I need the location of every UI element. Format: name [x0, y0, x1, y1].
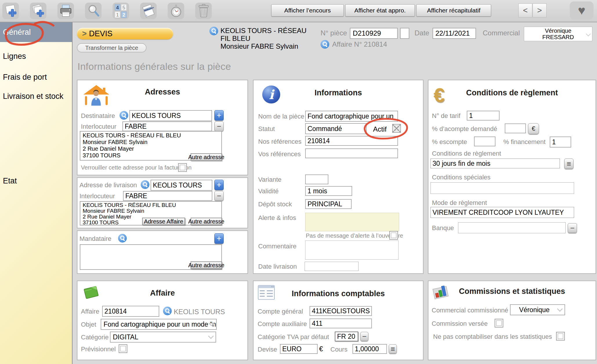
livraison-interlocuteur-input[interactable] [123, 191, 212, 201]
delete-button[interactable] [195, 3, 212, 19]
panel-affaire: Affaire Affaire KEOLIS TOURS Objet Fond … [77, 281, 248, 360]
affaire-input[interactable] [102, 306, 159, 317]
tarif-input[interactable] [467, 111, 500, 121]
destinataire-input[interactable] [129, 110, 212, 121]
sidebar-item-livraison-et-stock[interactable]: Livraison et stock [0, 91, 72, 102]
new-document-button[interactable] [2, 3, 19, 19]
interlocuteur-input[interactable] [122, 121, 212, 131]
banque-remove-button[interactable]: − [568, 223, 577, 233]
previous-record-button[interactable]: < [518, 3, 532, 17]
search-button[interactable] [85, 3, 102, 19]
autre-adresse-button[interactable]: Autre adresse [191, 153, 222, 161]
destinataire-search-icon[interactable] [120, 111, 128, 120]
livraison-add-button[interactable]: + [214, 180, 224, 190]
categorie-select[interactable]: DIGITAL [110, 332, 216, 343]
commissions-title: Commissions et statistiques [428, 287, 596, 296]
devise-input[interactable] [280, 344, 318, 354]
vos-references-input[interactable] [305, 148, 398, 158]
livraison-input[interactable] [151, 180, 212, 191]
conditions-speciales-input[interactable] [430, 182, 574, 194]
livraison-search-icon[interactable] [141, 180, 149, 189]
transform-piece-button[interactable]: Transformer la pièce [77, 43, 146, 52]
client-contact: Monsieur FABRE Sylvain [220, 42, 307, 50]
sidebar-item-frais-de-port[interactable]: Frais de port [0, 72, 72, 83]
acompte-input[interactable] [505, 123, 526, 133]
alerte-infos-textarea[interactable] [305, 213, 399, 231]
compte-general-input[interactable] [310, 306, 372, 316]
depot-stock-input[interactable] [305, 199, 352, 209]
tva-input[interactable] [335, 332, 358, 341]
commercial-first-name: Véronique [545, 28, 571, 34]
date-livraison-input[interactable] [305, 262, 359, 271]
alerte-checkbox[interactable] [389, 231, 398, 240]
heart-icon: ♥ [578, 3, 585, 18]
variante-input[interactable] [305, 174, 328, 184]
mode-reglement-input[interactable] [430, 207, 574, 218]
financement-input[interactable] [550, 136, 571, 148]
banque-input[interactable] [458, 222, 566, 233]
duplicate-document-button[interactable] [30, 3, 46, 19]
document-type-badge[interactable]: > DEVIS [77, 28, 173, 39]
calc-digit-2: 2 [122, 12, 125, 18]
verrouiller-checkbox[interactable] [178, 163, 187, 172]
sidebar-item-general[interactable]: Général [0, 22, 72, 42]
nos-references-input[interactable] [305, 136, 398, 146]
calc-digit-5: 5 [122, 5, 125, 10]
references-button[interactable]: Références [140, 3, 157, 19]
mandataire-add-button[interactable]: + [214, 233, 224, 244]
favorite-button[interactable]: ♥ [570, 1, 594, 19]
affaire-search-icon[interactable] [321, 40, 329, 49]
piece-secondary-input[interactable] [400, 28, 409, 39]
show-supply-status-button[interactable]: Afficher état appro. [345, 4, 415, 17]
client-search-icon[interactable] [209, 27, 218, 35]
nom-piece-input[interactable] [305, 111, 398, 122]
commissionne-select[interactable]: Véronique [510, 304, 565, 315]
vos-references-label: Vos références [258, 150, 301, 158]
commentaire-textarea[interactable] [305, 241, 399, 260]
cours-list-button[interactable]: ≡ [389, 344, 397, 354]
nos-references-label: Nos références [258, 138, 301, 145]
affaire-panel-search-icon[interactable] [163, 307, 172, 315]
conditions-reglement-input[interactable] [430, 159, 560, 168]
address-line: 2 Rue Daniel Mayer [83, 145, 219, 152]
commission-versee-checkbox[interactable] [495, 319, 503, 327]
statut-input[interactable] [305, 123, 367, 134]
destinataire-label: Destinataire [81, 112, 115, 120]
euro-symbol: € [319, 345, 323, 353]
acompte-euro-button[interactable]: € [528, 123, 539, 134]
cours-input[interactable] [352, 344, 387, 354]
panel-informations: i Informations Nom de la pièce Statut Ac… [253, 80, 424, 274]
destinataire-remove-button[interactable]: − [214, 121, 224, 131]
stats-checkbox[interactable] [556, 332, 565, 341]
compte-auxiliaire-input[interactable] [310, 318, 372, 328]
validite-input[interactable] [305, 186, 352, 196]
commercial-select[interactable]: Véronique FRESSARD [524, 27, 592, 41]
mandataire-search-icon[interactable] [118, 234, 127, 243]
sidebar-item-etat[interactable]: Etat [0, 175, 72, 186]
escompte-input[interactable] [474, 136, 495, 146]
piece-number-input[interactable] [350, 28, 398, 39]
date-input[interactable] [433, 28, 476, 39]
next-record-button[interactable]: > [533, 3, 547, 17]
mandataire-label: Mandataire [79, 235, 111, 243]
calculator-button[interactable]: 4 5 1 2 [113, 3, 129, 19]
show-outstanding-button[interactable]: Afficher l’encours [271, 4, 344, 17]
previsionnel-checkbox[interactable] [119, 344, 127, 353]
affaire-client-ref: KEOLIS TOURS [174, 308, 225, 316]
stopwatch-button[interactable] [168, 3, 184, 19]
address-line: Monsieur FABRE Sylvain [83, 208, 219, 214]
sidebar-item-lignes[interactable]: Lignes [0, 51, 72, 62]
show-summary-button[interactable]: Afficher récapitulatif [416, 4, 491, 17]
tva-remove-button[interactable]: − [360, 332, 368, 341]
actif-checkbox[interactable] [392, 124, 401, 133]
objet-select[interactable]: Fond cartographique pour un mode “nuit” [101, 319, 217, 330]
chevron-right-icon: > [82, 29, 87, 38]
destinataire-add-button[interactable]: + [214, 110, 224, 121]
conditions-list-button[interactable]: ≡ [564, 159, 574, 169]
livraison-autre-adresse-button[interactable]: Autre adresse [191, 218, 222, 225]
print-button[interactable] [57, 3, 74, 19]
adresse-affaire-button[interactable]: Adresse Affaire [142, 218, 185, 225]
panel-conditions: € Conditions de règlement N° de tarif % … [428, 80, 596, 274]
mandataire-autre-adresse-button[interactable]: Autre adresse [191, 261, 222, 269]
livraison-remove-button[interactable]: − [214, 191, 224, 201]
